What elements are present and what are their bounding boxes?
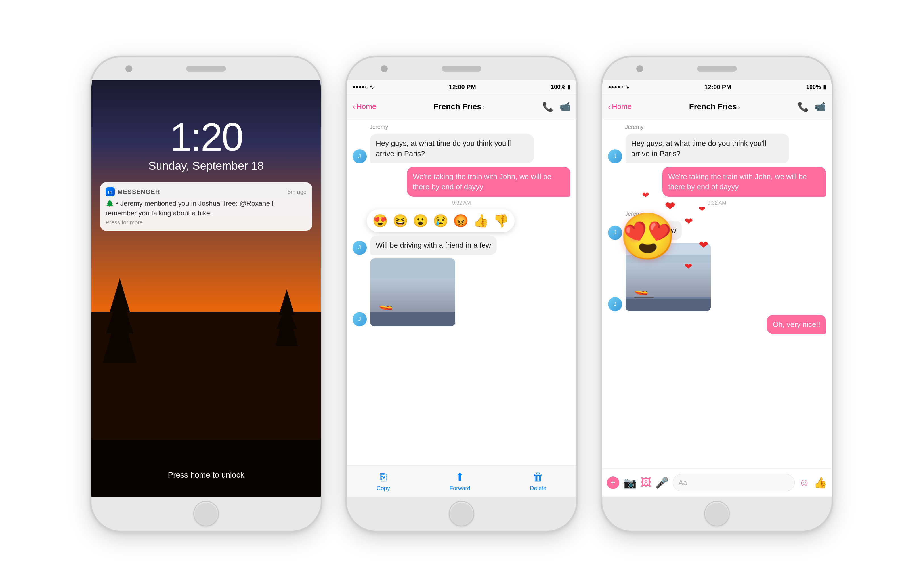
canal-photo-3 — [626, 255, 711, 311]
messenger-app-icon: m — [105, 187, 115, 196]
copy-icon: ⎘ — [380, 471, 387, 483]
phone-call-icon-2[interactable]: 📞 — [542, 101, 553, 112]
home-button-1[interactable] — [193, 501, 219, 526]
svg-rect-4 — [381, 297, 393, 302]
messages-area-3: Jeremy J Hey guys, at what time do you t… — [602, 119, 832, 468]
bubble-outgoing-1[interactable]: We're taking the train with John, we wil… — [407, 167, 570, 197]
reaction-picker-2[interactable]: 😍 😆 😮 😢 😡 👍 👎 — [367, 209, 514, 232]
messages-area-2: Jeremy J Hey guys, at what time do you t… — [347, 119, 576, 465]
ground-fill — [91, 440, 321, 497]
sender-jeremy-3: Jeremy — [608, 124, 826, 130]
signal-3: ●●●●○ — [608, 84, 623, 90]
phone-bottom-1 — [91, 497, 321, 531]
msg-row-photo: J — [353, 258, 570, 326]
sender-jeremy-1: Jeremy — [353, 124, 570, 130]
msg-row-outgoing-1: We're taking the train with John, we wil… — [353, 167, 570, 197]
status-bar-2: ●●●●○ ∿ 12:00 PM 100% ▮ — [347, 80, 576, 94]
forward-button[interactable]: ⬆ Forward — [450, 471, 470, 491]
add-icon-3[interactable]: + — [607, 476, 619, 489]
camera-icon-3[interactable]: 📷 — [623, 476, 637, 489]
video-call-icon-2[interactable]: 📹 — [559, 101, 570, 112]
title-chevron-3: › — [738, 103, 740, 111]
avatar-jeremy-1: J — [353, 149, 367, 163]
copy-button[interactable]: ⎘ Copy — [377, 471, 390, 491]
bubble-incoming-3b[interactable]: Ok, I'm ... few — [626, 220, 682, 240]
delete-button[interactable]: 🗑 Delete — [530, 471, 546, 491]
battery-bar-2: ▮ — [568, 84, 570, 90]
react-grin[interactable]: 😆 — [393, 214, 408, 228]
mic-icon-3[interactable]: 🎤 — [655, 476, 669, 489]
phone-3-reaction: ●●●●○ ∿ 12:00 PM 100% ▮ ‹ Home — [601, 56, 833, 532]
lock-time: 1:20 — [91, 114, 321, 160]
nav-bar-3: ‹ Home French Fries › 📞 📹 — [602, 94, 832, 119]
notification-banner[interactable]: m MESSENGER 5m ago 🌲 • Jeremy mentioned … — [100, 182, 312, 231]
delete-label: Delete — [530, 485, 546, 491]
notif-app-name: MESSENGER — [118, 188, 160, 195]
timestamp-1: 9:32 AM — [353, 200, 570, 206]
clock-3: 12:00 PM — [704, 84, 731, 91]
bubble-incoming-1[interactable]: Hey guys, at what time do you think you'… — [370, 134, 534, 163]
text-input-3[interactable]: Aa — [673, 474, 795, 491]
speaker-2 — [442, 66, 481, 72]
video-call-icon-3[interactable]: 📹 — [815, 101, 826, 112]
canal-photo-2 — [370, 258, 455, 326]
aa-label: Aa — [678, 479, 687, 487]
tree-silhouette — [91, 312, 321, 440]
notif-time: 5m ago — [287, 189, 307, 195]
back-button-3[interactable]: ‹ Home — [608, 102, 632, 112]
messenger-screen-2: ●●●●○ ∿ 12:00 PM 100% ▮ ‹ Home — [347, 80, 576, 497]
react-thumbsdown[interactable]: 👎 — [493, 214, 509, 228]
lock-unlock-text: Press home to unlock — [91, 470, 321, 480]
msg-row-incoming-1: J Hey guys, at what time do you think yo… — [353, 134, 570, 163]
home-button-2[interactable] — [449, 501, 474, 526]
notif-app: m MESSENGER — [105, 187, 160, 196]
forward-icon: ⬆ — [455, 471, 464, 483]
msg-row-outgoing-3a: We're taking the train with John, we wil… — [608, 167, 826, 197]
bubble-outgoing-3a[interactable]: We're taking the train with John, we wil… — [662, 167, 826, 197]
battery-pct-2: 100% — [551, 84, 565, 90]
back-button-2[interactable]: ‹ Home — [353, 102, 376, 112]
bubble-outgoing-3b[interactable]: Oh, very nice!! — [767, 315, 826, 334]
msg-row-outgoing-3b: Oh, very nice!! — [608, 315, 826, 334]
react-wow[interactable]: 😮 — [413, 214, 428, 228]
phone-top-bar-2 — [347, 57, 576, 80]
lock-date: Sunday, September 18 — [91, 159, 321, 172]
photo-bubble-3[interactable] — [626, 243, 711, 311]
notif-body: 🌲 • Jeremy mentioned you in Joshua Tree:… — [105, 199, 307, 218]
msg-row-incoming-3b: J Ok, I'm ... few — [608, 220, 826, 240]
emoji-icon-3[interactable]: ☺ — [799, 476, 810, 489]
bubble-incoming-3a[interactable]: Hey guys, at what time do you think you'… — [626, 134, 789, 163]
svg-rect-9 — [634, 290, 654, 298]
home-button-3[interactable] — [704, 501, 730, 526]
avatar-jeremy-2: J — [353, 241, 367, 255]
svg-rect-11 — [626, 299, 711, 311]
photo-placeholder-2 — [370, 258, 455, 326]
phone-1-lockscreen: Carrier 📶 📶 100% ▮ 1:20 Sunday, Septembe… — [90, 56, 322, 532]
phone-2-messenger: ●●●●○ ∿ 12:00 PM 100% ▮ ‹ Home — [345, 56, 578, 532]
bubble-incoming-2[interactable]: Will be driving with a friend in a few — [370, 235, 497, 255]
image-icon-3[interactable]: 🖼 — [641, 476, 651, 489]
back-label-2: Home — [356, 102, 376, 111]
svg-rect-5 — [370, 311, 455, 326]
photo-bubble-2[interactable] — [370, 258, 455, 326]
avatar-jeremy-3: J — [353, 312, 367, 326]
sender-jeremy-3b: Jeremy — [608, 210, 826, 217]
signal-2: ●●●●○ — [353, 84, 368, 90]
avatar-jeremy-3a: J — [608, 149, 622, 163]
front-camera-2 — [381, 65, 388, 72]
svg-rect-3 — [379, 302, 399, 311]
status-bar-3: ●●●●○ ∿ 12:00 PM 100% ▮ — [602, 80, 832, 94]
wifi-3: ∿ — [625, 84, 629, 90]
react-cry[interactable]: 😢 — [433, 214, 448, 228]
notif-header: m MESSENGER 5m ago — [105, 187, 307, 196]
react-angry[interactable]: 😡 — [453, 214, 469, 228]
delete-icon: 🗑 — [533, 471, 544, 483]
battery-bar-3: ▮ — [823, 84, 826, 90]
svg-rect-10 — [637, 285, 648, 290]
react-heart-eyes[interactable]: 😍 — [372, 214, 388, 228]
phone-top-bar-3 — [602, 57, 832, 80]
forward-label: Forward — [450, 485, 470, 491]
phone-call-icon-3[interactable]: 📞 — [798, 101, 809, 112]
react-thumbsup[interactable]: 👍 — [473, 214, 489, 228]
like-icon-3[interactable]: 👍 — [814, 476, 827, 489]
